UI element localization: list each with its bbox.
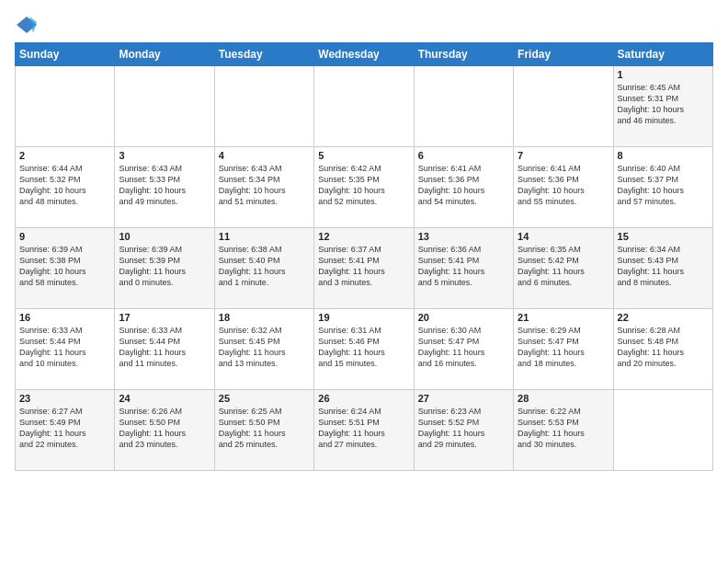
week-row-3: 16Sunrise: 6:33 AM Sunset: 5:44 PM Dayli… xyxy=(16,309,713,390)
calendar-cell xyxy=(514,66,613,147)
cell-content: Sunrise: 6:39 AM Sunset: 5:38 PM Dayligh… xyxy=(19,244,110,289)
day-number: 12 xyxy=(318,231,409,242)
calendar: SundayMondayTuesdayWednesdayThursdayFrid… xyxy=(15,42,713,471)
col-header-sunday: Sunday xyxy=(16,43,115,66)
cell-content: Sunrise: 6:23 AM Sunset: 5:52 PM Dayligh… xyxy=(418,406,509,451)
day-number: 27 xyxy=(418,393,509,404)
page: SundayMondayTuesdayWednesdayThursdayFrid… xyxy=(0,0,728,563)
cell-content: Sunrise: 6:40 AM Sunset: 5:37 PM Dayligh… xyxy=(618,163,709,208)
day-number: 17 xyxy=(119,312,210,323)
logo-icon xyxy=(17,15,37,35)
calendar-cell: 11Sunrise: 6:38 AM Sunset: 5:40 PM Dayli… xyxy=(214,228,313,309)
cell-content: Sunrise: 6:33 AM Sunset: 5:44 PM Dayligh… xyxy=(19,325,110,370)
day-number: 9 xyxy=(19,231,110,242)
day-number: 15 xyxy=(618,231,709,242)
cell-content: Sunrise: 6:30 AM Sunset: 5:47 PM Dayligh… xyxy=(418,325,509,370)
calendar-cell: 28Sunrise: 6:22 AM Sunset: 5:53 PM Dayli… xyxy=(514,390,613,471)
calendar-cell: 15Sunrise: 6:34 AM Sunset: 5:43 PM Dayli… xyxy=(613,228,712,309)
day-number: 22 xyxy=(618,312,709,323)
logo xyxy=(15,15,37,35)
calendar-cell: 3Sunrise: 6:43 AM Sunset: 5:33 PM Daylig… xyxy=(115,147,214,228)
calendar-cell: 27Sunrise: 6:23 AM Sunset: 5:52 PM Dayli… xyxy=(414,390,513,471)
calendar-cell: 2Sunrise: 6:44 AM Sunset: 5:32 PM Daylig… xyxy=(16,147,115,228)
calendar-cell: 18Sunrise: 6:32 AM Sunset: 5:45 PM Dayli… xyxy=(214,309,313,390)
cell-content: Sunrise: 6:42 AM Sunset: 5:35 PM Dayligh… xyxy=(318,163,409,208)
calendar-cell: 19Sunrise: 6:31 AM Sunset: 5:46 PM Dayli… xyxy=(314,309,414,390)
calendar-cell: 23Sunrise: 6:27 AM Sunset: 5:49 PM Dayli… xyxy=(16,390,115,471)
day-number: 4 xyxy=(219,150,310,161)
calendar-cell: 5Sunrise: 6:42 AM Sunset: 5:35 PM Daylig… xyxy=(314,147,414,228)
day-number: 1 xyxy=(618,69,709,80)
calendar-cell: 4Sunrise: 6:43 AM Sunset: 5:34 PM Daylig… xyxy=(214,147,313,228)
col-header-wednesday: Wednesday xyxy=(314,43,414,66)
header xyxy=(15,15,713,35)
calendar-cell: 9Sunrise: 6:39 AM Sunset: 5:38 PM Daylig… xyxy=(16,228,115,309)
cell-content: Sunrise: 6:35 AM Sunset: 5:42 PM Dayligh… xyxy=(518,244,609,289)
calendar-cell: 10Sunrise: 6:39 AM Sunset: 5:39 PM Dayli… xyxy=(115,228,214,309)
calendar-cell: 20Sunrise: 6:30 AM Sunset: 5:47 PM Dayli… xyxy=(414,309,513,390)
calendar-cell xyxy=(414,66,513,147)
cell-content: Sunrise: 6:36 AM Sunset: 5:41 PM Dayligh… xyxy=(418,244,509,289)
calendar-cell: 26Sunrise: 6:24 AM Sunset: 5:51 PM Dayli… xyxy=(314,390,414,471)
day-number: 5 xyxy=(318,150,409,161)
calendar-cell xyxy=(16,66,115,147)
day-number: 8 xyxy=(618,150,709,161)
col-header-monday: Monday xyxy=(115,43,214,66)
calendar-header-row: SundayMondayTuesdayWednesdayThursdayFrid… xyxy=(16,43,713,66)
cell-content: Sunrise: 6:45 AM Sunset: 5:31 PM Dayligh… xyxy=(618,82,709,127)
day-number: 16 xyxy=(19,312,110,323)
cell-content: Sunrise: 6:22 AM Sunset: 5:53 PM Dayligh… xyxy=(518,406,609,451)
col-header-friday: Friday xyxy=(514,43,613,66)
calendar-cell xyxy=(214,66,313,147)
day-number: 11 xyxy=(219,231,310,242)
cell-content: Sunrise: 6:28 AM Sunset: 5:48 PM Dayligh… xyxy=(618,325,709,370)
cell-content: Sunrise: 6:34 AM Sunset: 5:43 PM Dayligh… xyxy=(618,244,709,289)
col-header-saturday: Saturday xyxy=(613,43,712,66)
calendar-cell: 22Sunrise: 6:28 AM Sunset: 5:48 PM Dayli… xyxy=(613,309,712,390)
day-number: 26 xyxy=(318,393,409,404)
cell-content: Sunrise: 6:26 AM Sunset: 5:50 PM Dayligh… xyxy=(119,406,210,451)
cell-content: Sunrise: 6:33 AM Sunset: 5:44 PM Dayligh… xyxy=(119,325,210,370)
calendar-cell: 16Sunrise: 6:33 AM Sunset: 5:44 PM Dayli… xyxy=(16,309,115,390)
cell-content: Sunrise: 6:39 AM Sunset: 5:39 PM Dayligh… xyxy=(119,244,210,289)
calendar-cell: 21Sunrise: 6:29 AM Sunset: 5:47 PM Dayli… xyxy=(514,309,613,390)
calendar-cell: 14Sunrise: 6:35 AM Sunset: 5:42 PM Dayli… xyxy=(514,228,613,309)
cell-content: Sunrise: 6:41 AM Sunset: 5:36 PM Dayligh… xyxy=(418,163,509,208)
day-number: 20 xyxy=(418,312,509,323)
calendar-cell xyxy=(314,66,414,147)
day-number: 21 xyxy=(518,312,609,323)
day-number: 3 xyxy=(119,150,210,161)
week-row-0: 1Sunrise: 6:45 AM Sunset: 5:31 PM Daylig… xyxy=(16,66,713,147)
day-number: 18 xyxy=(219,312,310,323)
day-number: 13 xyxy=(418,231,509,242)
cell-content: Sunrise: 6:29 AM Sunset: 5:47 PM Dayligh… xyxy=(518,325,609,370)
day-number: 2 xyxy=(19,150,110,161)
calendar-cell: 8Sunrise: 6:40 AM Sunset: 5:37 PM Daylig… xyxy=(613,147,712,228)
cell-content: Sunrise: 6:25 AM Sunset: 5:50 PM Dayligh… xyxy=(219,406,310,451)
calendar-cell xyxy=(115,66,214,147)
day-number: 19 xyxy=(318,312,409,323)
day-number: 6 xyxy=(418,150,509,161)
day-number: 24 xyxy=(119,393,210,404)
cell-content: Sunrise: 6:41 AM Sunset: 5:36 PM Dayligh… xyxy=(518,163,609,208)
day-number: 23 xyxy=(19,393,110,404)
col-header-tuesday: Tuesday xyxy=(214,43,313,66)
calendar-cell: 13Sunrise: 6:36 AM Sunset: 5:41 PM Dayli… xyxy=(414,228,513,309)
calendar-cell: 17Sunrise: 6:33 AM Sunset: 5:44 PM Dayli… xyxy=(115,309,214,390)
cell-content: Sunrise: 6:44 AM Sunset: 5:32 PM Dayligh… xyxy=(19,163,110,208)
cell-content: Sunrise: 6:27 AM Sunset: 5:49 PM Dayligh… xyxy=(19,406,110,451)
col-header-thursday: Thursday xyxy=(414,43,513,66)
cell-content: Sunrise: 6:24 AM Sunset: 5:51 PM Dayligh… xyxy=(318,406,409,451)
cell-content: Sunrise: 6:43 AM Sunset: 5:33 PM Dayligh… xyxy=(119,163,210,208)
calendar-cell xyxy=(613,390,712,471)
day-number: 14 xyxy=(518,231,609,242)
cell-content: Sunrise: 6:32 AM Sunset: 5:45 PM Dayligh… xyxy=(219,325,310,370)
cell-content: Sunrise: 6:43 AM Sunset: 5:34 PM Dayligh… xyxy=(219,163,310,208)
week-row-2: 9Sunrise: 6:39 AM Sunset: 5:38 PM Daylig… xyxy=(16,228,713,309)
week-row-4: 23Sunrise: 6:27 AM Sunset: 5:49 PM Dayli… xyxy=(16,390,713,471)
calendar-cell: 25Sunrise: 6:25 AM Sunset: 5:50 PM Dayli… xyxy=(214,390,313,471)
calendar-cell: 12Sunrise: 6:37 AM Sunset: 5:41 PM Dayli… xyxy=(314,228,414,309)
calendar-cell: 24Sunrise: 6:26 AM Sunset: 5:50 PM Dayli… xyxy=(115,390,214,471)
week-row-1: 2Sunrise: 6:44 AM Sunset: 5:32 PM Daylig… xyxy=(16,147,713,228)
day-number: 10 xyxy=(119,231,210,242)
